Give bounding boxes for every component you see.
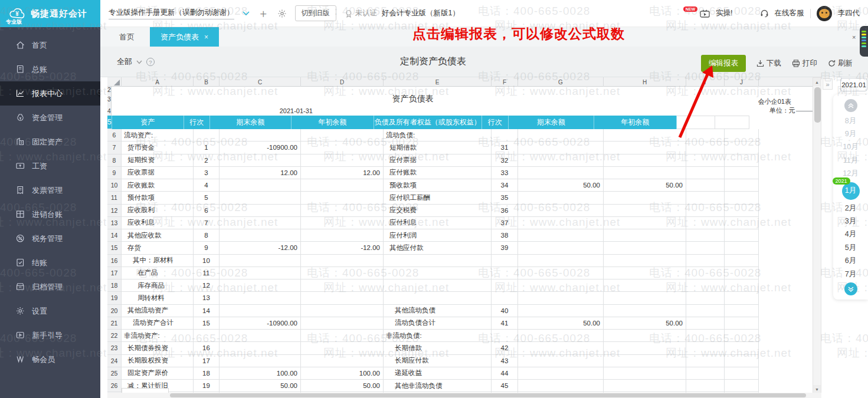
column-letter-G[interactable]: G — [518, 77, 604, 87]
table-cell[interactable] — [686, 217, 725, 229]
table-cell[interactable] — [686, 255, 725, 267]
sidebar-item-7[interactable]: 进销台账 — [0, 202, 100, 226]
table-cell[interactable] — [518, 330, 604, 342]
tab-balance-sheet[interactable]: 资产负债表 × — [150, 27, 219, 47]
vertical-scroll-thumb[interactable] — [814, 87, 821, 123]
table-cell[interactable] — [220, 217, 301, 229]
table-cell[interactable]: -12.00 — [220, 242, 301, 254]
header-cell-empty[interactable] — [715, 116, 749, 129]
video-practice-icon[interactable] — [700, 9, 710, 18]
table-cell[interactable]: -12.00 — [301, 242, 384, 254]
table-cell[interactable] — [492, 129, 518, 142]
table-cell[interactable] — [686, 330, 725, 342]
table-cell[interactable] — [220, 205, 301, 217]
header-cell[interactable]: 期末余额 — [210, 116, 291, 129]
table-cell[interactable]: 流动负债: — [384, 129, 492, 142]
month-item[interactable]: 9月 — [833, 127, 868, 140]
table-cell[interactable] — [301, 305, 384, 317]
table-cell[interactable]: 应付账款 — [384, 167, 492, 179]
table-cell[interactable] — [384, 267, 492, 279]
month-item[interactable]: 3月 — [833, 215, 868, 228]
table-cell[interactable] — [686, 142, 725, 154]
header-cell[interactable]: 期末余额 — [509, 116, 594, 129]
table-cell[interactable] — [301, 154, 384, 167]
table-cell[interactable]: 39 — [492, 242, 518, 254]
table-cell[interactable] — [686, 380, 725, 392]
month-item[interactable]: 8月 — [833, 114, 868, 127]
table-cell[interactable]: 18 — [194, 367, 220, 380]
table-cell[interactable]: 长期债券投资 — [122, 342, 194, 354]
table-cell[interactable] — [220, 355, 301, 367]
table-cell[interactable] — [686, 167, 725, 179]
gear-icon[interactable] — [277, 9, 287, 18]
table-cell[interactable]: 100.00 — [220, 367, 301, 380]
month-item[interactable]: 5月 — [833, 241, 868, 254]
table-cell[interactable]: 预付款项 — [122, 192, 194, 204]
table-cell[interactable]: 14 — [194, 305, 220, 317]
table-cell[interactable] — [301, 330, 384, 342]
table-cell[interactable]: -10900.00 — [220, 317, 301, 330]
month-item[interactable]: 4月 — [833, 228, 868, 241]
table-cell[interactable]: 4 — [194, 179, 220, 192]
table-cell[interactable]: 7 — [194, 217, 220, 229]
support-label[interactable]: 在线客服 — [775, 8, 804, 18]
header-cell[interactable]: 行次 — [482, 116, 509, 129]
table-cell[interactable] — [604, 305, 686, 317]
avatar[interactable] — [817, 6, 832, 21]
months-scroll-down-icon[interactable] — [844, 282, 857, 295]
table-cell[interactable]: 50.00 — [220, 380, 301, 392]
table-cell[interactable]: 应收账款 — [122, 179, 194, 192]
table-cell[interactable]: 1 — [194, 142, 220, 154]
table-cell[interactable] — [384, 255, 492, 267]
sidebar-item-6[interactable]: 发票管理 — [0, 178, 100, 202]
table-cell[interactable]: 非流动负债: — [384, 330, 492, 342]
table-cell[interactable]: 5 — [194, 192, 220, 204]
table-cell[interactable] — [604, 367, 686, 380]
table-cell[interactable]: 36 — [492, 205, 518, 217]
table-cell[interactable]: 其他应付款 — [384, 242, 492, 254]
table-cell[interactable] — [604, 255, 686, 267]
table-cell[interactable]: 33 — [492, 167, 518, 179]
table-cell[interactable] — [518, 142, 604, 154]
table-cell[interactable]: 流动资产合计 — [122, 317, 194, 330]
table-cell[interactable] — [686, 205, 725, 217]
table-cell[interactable] — [725, 142, 759, 154]
table-cell[interactable]: 长期借款 — [384, 342, 492, 354]
table-cell[interactable]: 13 — [194, 292, 220, 304]
table-cell[interactable] — [686, 229, 725, 242]
table-cell[interactable]: 50.00 — [518, 179, 604, 192]
table-cell[interactable] — [725, 267, 759, 279]
table-cell[interactable] — [518, 355, 604, 367]
horizontal-scroll-thumb[interactable] — [170, 393, 806, 397]
table-cell[interactable]: 50.00 — [518, 317, 604, 330]
sidebar-item-10[interactable]: 归档管理 — [0, 275, 100, 299]
table-cell[interactable] — [301, 255, 384, 267]
table-cell[interactable] — [686, 192, 725, 204]
table-cell[interactable]: 应收票据 — [122, 167, 194, 179]
table-cell[interactable]: 应收股利 — [122, 205, 194, 217]
table-cell[interactable] — [220, 229, 301, 242]
table-cell[interactable]: 32 — [492, 154, 518, 167]
table-cell[interactable]: 应付利润 — [384, 229, 492, 242]
table-cell[interactable] — [518, 242, 604, 254]
table-cell[interactable] — [518, 255, 604, 267]
table-cell[interactable]: 34 — [492, 179, 518, 192]
table-cell[interactable] — [194, 330, 220, 342]
table-cell[interactable]: 应交税费 — [384, 205, 492, 217]
months-scroll-up-icon[interactable] — [844, 99, 857, 112]
table-cell[interactable] — [220, 179, 301, 192]
table-cell[interactable] — [725, 205, 759, 217]
table-cell[interactable] — [686, 355, 725, 367]
table-cell[interactable] — [518, 205, 604, 217]
table-cell[interactable] — [604, 217, 686, 229]
table-cell[interactable]: -10900.00 — [220, 142, 301, 154]
table-cell[interactable]: 43 — [492, 355, 518, 367]
table-cell[interactable]: 50.00 — [604, 179, 686, 192]
table-cell[interactable]: 11 — [194, 267, 220, 279]
table-cell[interactable]: 短期投资 — [122, 154, 194, 167]
table-cell[interactable]: 递延收益 — [384, 367, 492, 380]
table-cell[interactable] — [518, 154, 604, 167]
table-cell[interactable]: 31 — [492, 142, 518, 154]
table-cell[interactable] — [725, 380, 759, 392]
table-cell[interactable] — [686, 292, 725, 304]
